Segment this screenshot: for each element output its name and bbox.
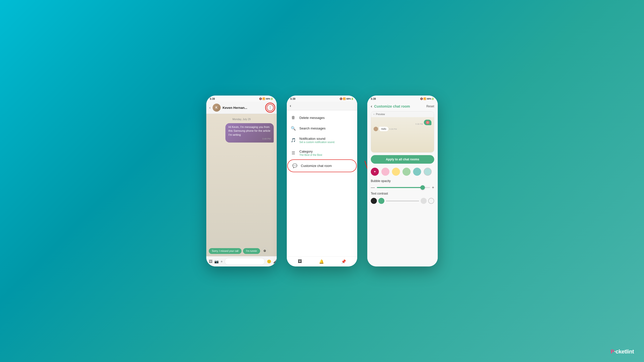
status-icons-3: 🔇 📶 68%🔋 xyxy=(420,98,434,100)
menu-text-customize: Customize chat room xyxy=(301,164,352,168)
preview-body: 5:38 PM H Hello 5:39 PM xyxy=(371,117,434,152)
opacity-track xyxy=(377,187,430,188)
back-icon-2[interactable]: ‹ xyxy=(290,104,291,108)
apply-button[interactable]: Apply to all chat rooms xyxy=(371,155,434,164)
search-label: Search messages xyxy=(299,126,353,130)
menu-screen: ‹ 🗑 Delete messages 🔍 Search messages xyxy=(287,102,357,266)
time-2: 5:39 xyxy=(290,98,295,100)
message-bubble: Hi Kevin, I'm messaging you from this Sa… xyxy=(225,123,274,143)
category-sublabel: The Best of the Best xyxy=(299,154,353,156)
text-contrast-label: Text contrast xyxy=(367,191,438,197)
menu-text-delete: Delete messages xyxy=(299,116,353,120)
plus-icon[interactable]: + xyxy=(221,259,223,263)
time-3: 5:39 xyxy=(371,98,376,100)
preview-box: ‹ Preview 5:38 PM H Hello 5: xyxy=(371,111,434,153)
phone-1: 5:39 🔇 📶 68%🔋 ‹ K Keven Hernan... Monday… xyxy=(206,96,277,266)
preview-received: Hello 5:39 PM xyxy=(374,127,431,131)
customize-title: Customize chat room xyxy=(374,104,424,108)
message-input[interactable] xyxy=(225,258,265,265)
color-palette xyxy=(367,166,438,178)
opacity-fill xyxy=(377,187,422,188)
menu-item-search[interactable]: 🔍 Search messages xyxy=(287,123,357,134)
menu-text-notification: Notification sound Set a custom notifica… xyxy=(299,137,353,144)
contrast-dot-black[interactable] xyxy=(371,198,377,204)
menu-item-delete[interactable]: 🗑 Delete messages xyxy=(287,112,357,123)
back-icon-3[interactable]: ‹ xyxy=(371,104,372,109)
emoji-icon[interactable]: 🙂 xyxy=(267,259,271,263)
opacity-thumb[interactable] xyxy=(420,185,425,190)
phone-2: 5:39 🔇 📶 68%🔋 ‹ 🗑 Delete messages 🔍 xyxy=(287,96,357,266)
text-contrast-row xyxy=(367,197,438,205)
message-text: Hi Kevin, I'm messaging you from this Sa… xyxy=(228,125,270,136)
gear-button[interactable]: ⚙ xyxy=(262,248,268,254)
notification-label: Notification sound xyxy=(299,137,353,141)
preview-header: ‹ Preview xyxy=(371,111,434,117)
pocketlint-text: ·cketlint xyxy=(614,348,634,355)
status-bar-3: 5:39 🔇 📶 68%🔋 xyxy=(367,96,438,102)
more-button[interactable] xyxy=(267,104,274,111)
quick-reply-1[interactable]: Sorry, I missed your call xyxy=(209,248,242,254)
date-label: Monday, July 29 xyxy=(209,118,274,121)
notification-sublabel: Set a custom notification sound. xyxy=(299,141,353,144)
preview-back-icon: ‹ xyxy=(374,113,374,116)
bubble-opacity-label: Bubble opacity xyxy=(367,178,438,184)
search-icon: 🔍 xyxy=(291,126,296,131)
color-dot-2[interactable] xyxy=(381,168,389,176)
color-dot-6[interactable] xyxy=(424,168,432,176)
gallery-icon[interactable]: 🖼 xyxy=(209,259,212,263)
color-dot-1[interactable] xyxy=(371,168,379,176)
received-time: 5:39 PM xyxy=(389,128,397,130)
contrast-dot-light1[interactable] xyxy=(421,198,427,204)
customize-header: ‹ Customize chat room Reset xyxy=(367,102,438,111)
sent-time: 5:38 PM xyxy=(415,123,423,125)
color-dot-4[interactable] xyxy=(403,168,411,176)
status-icons-1: 🔇 📶 68%🔋 xyxy=(259,98,273,100)
contrast-dot-white[interactable] xyxy=(428,198,434,204)
status-bar-2: 5:39 🔇 📶 68%🔋 xyxy=(287,96,357,102)
back-icon-1[interactable]: ‹ xyxy=(209,106,211,110)
pocketlint-brand: P·cketlint xyxy=(611,348,634,355)
preview-received-bubble: Hello xyxy=(379,127,388,131)
input-bar: 🖼 📷 + 🙂 🎤 xyxy=(206,256,277,266)
menu-bottom-bar: 🖼 🔔 📌 xyxy=(287,256,357,266)
phone-3: 5:39 🔇 📶 68%🔋 ‹ Customize chat room Rese… xyxy=(367,96,438,266)
voice-icon[interactable]: 🎤 xyxy=(273,259,277,263)
chat-header: ‹ K Keven Hernan... xyxy=(206,102,277,114)
delete-label: Delete messages xyxy=(299,116,353,120)
message-time: 3:49 PM xyxy=(228,137,271,141)
chat-body: Monday, July 29 Hi Kevin, I'm messaging … xyxy=(206,114,277,246)
chat-screen: ‹ K Keven Hernan... Monday, July 29 Hi K… xyxy=(206,102,277,266)
avatar-1: K xyxy=(213,104,221,112)
customize-label: Customize chat room xyxy=(301,164,352,168)
preview-label: Preview xyxy=(376,113,385,116)
menu-text-category: Category The Best of the Best xyxy=(299,150,353,156)
status-icons-2: 🔇 📶 68%🔋 xyxy=(340,98,354,100)
bubble-opacity-slider: — + xyxy=(367,184,438,191)
quick-reply-2[interactable]: I'm runnin xyxy=(243,248,260,254)
pin-icon[interactable]: 📌 xyxy=(341,259,346,264)
gallery-icon-2[interactable]: 🖼 xyxy=(298,259,302,264)
color-dot-3[interactable] xyxy=(392,168,400,176)
contrast-dot-green[interactable] xyxy=(378,198,384,204)
opacity-plus[interactable]: + xyxy=(432,185,434,190)
notification-icon: 🎵 xyxy=(291,138,296,143)
category-label: Category xyxy=(299,150,353,153)
category-icon: ☰ xyxy=(291,151,296,155)
preview-avatar xyxy=(374,127,378,131)
pocketlint-p: P xyxy=(611,348,614,355)
camera-icon[interactable]: 📷 xyxy=(214,259,219,263)
contrast-line xyxy=(386,201,419,201)
color-dot-5[interactable] xyxy=(413,168,421,176)
time-1: 5:39 xyxy=(210,98,215,100)
delete-icon: 🗑 xyxy=(291,115,296,120)
menu-item-customize[interactable]: 💬 Customize chat room xyxy=(288,160,356,171)
customize-icon: 💬 xyxy=(292,163,297,168)
menu-list: 🗑 Delete messages 🔍 Search messages 🎵 xyxy=(287,110,357,256)
opacity-minus[interactable]: — xyxy=(371,185,375,190)
preview-sent-bubble: H xyxy=(424,120,431,125)
bell-icon[interactable]: 🔔 xyxy=(319,259,324,264)
reset-button[interactable]: Reset xyxy=(426,105,434,108)
menu-item-notification[interactable]: 🎵 Notification sound Set a custom notifi… xyxy=(287,134,357,147)
menu-header: ‹ xyxy=(287,102,357,110)
menu-item-category[interactable]: ☰ Category The Best of the Best xyxy=(287,147,357,159)
